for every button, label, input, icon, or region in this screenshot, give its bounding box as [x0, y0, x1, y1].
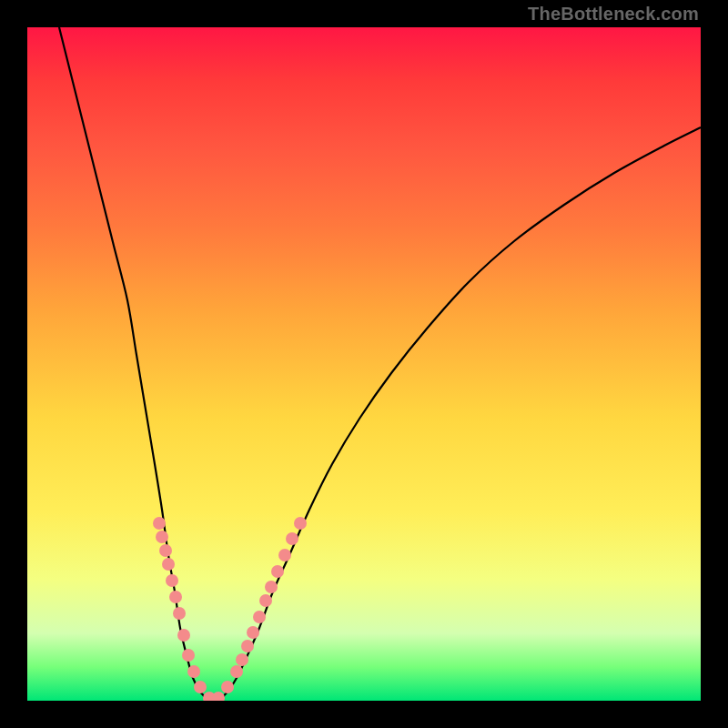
border-left: [0, 0, 27, 728]
border-right: [701, 0, 728, 728]
border-bottom: [0, 701, 728, 728]
plot-gradient-background: [27, 27, 701, 701]
chart-container: TheBottleneck.com: [0, 0, 728, 728]
watermark-text: TheBottleneck.com: [528, 4, 699, 25]
